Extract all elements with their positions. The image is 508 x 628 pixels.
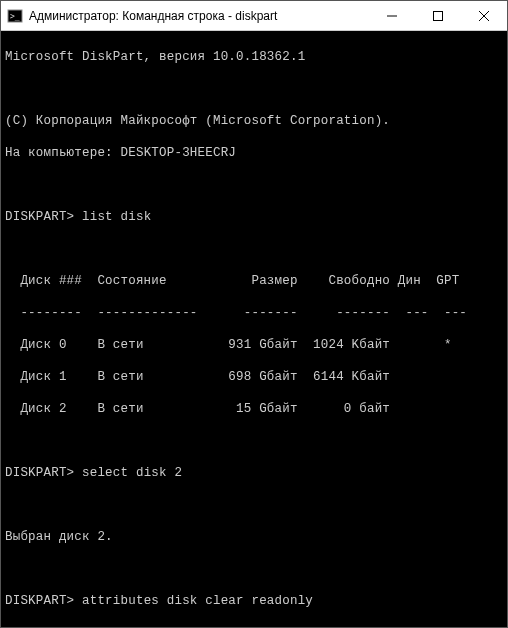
app-icon: >_: [7, 8, 23, 24]
output-line: Выбран диск 2.: [5, 529, 503, 545]
prompt-line: DISKPART> select disk 2: [5, 465, 503, 481]
minimize-button[interactable]: [369, 1, 415, 30]
window-title: Администратор: Командная строка - diskpa…: [29, 9, 369, 23]
blank-line: [5, 433, 503, 449]
prompt-line: DISKPART> list disk: [5, 209, 503, 225]
prompt: DISKPART>: [5, 210, 74, 224]
table-row: Диск 2 В сети 15 Gбайт 0 байт: [5, 401, 503, 417]
prompt: DISKPART>: [5, 466, 74, 480]
blank-line: [5, 625, 503, 627]
svg-rect-3: [434, 11, 443, 20]
window-titlebar: >_ Администратор: Командная строка - dis…: [1, 1, 507, 31]
command-text: list disk: [82, 210, 151, 224]
blank-line: [5, 241, 503, 257]
table-row: Диск 1 В сети 698 Gбайт 6144 Kбайт: [5, 369, 503, 385]
maximize-button[interactable]: [415, 1, 461, 30]
computer-label: На компьютере:: [5, 146, 121, 160]
banner-line: Microsoft DiskPart, версия 10.0.18362.1: [5, 49, 503, 65]
blank-line: [5, 497, 503, 513]
copyright-line: (C) Корпорация Майкрософт (Microsoft Cor…: [5, 113, 503, 129]
table-header: Диск ### Состояние Размер Свободно Дин G…: [5, 273, 503, 289]
svg-text:>_: >_: [10, 12, 20, 21]
prompt: DISKPART>: [5, 594, 74, 608]
terminal-output[interactable]: Microsoft DiskPart, версия 10.0.18362.1 …: [1, 31, 507, 627]
computer-line: На компьютере: DESKTOP-3HEECRJ: [5, 145, 503, 161]
blank-line: [5, 81, 503, 97]
command-text: attributes disk clear readonly: [82, 594, 313, 608]
computer-name: DESKTOP-3HEECRJ: [121, 146, 237, 160]
close-button[interactable]: [461, 1, 507, 30]
blank-line: [5, 177, 503, 193]
table-rule: -------- ------------- ------- ------- -…: [5, 305, 503, 321]
command-text: select disk 2: [82, 466, 182, 480]
window-controls: [369, 1, 507, 30]
prompt-line: DISKPART> attributes disk clear readonly: [5, 593, 503, 609]
table-row: Диск 0 В сети 931 Gбайт 1024 Kбайт *: [5, 337, 503, 353]
blank-line: [5, 561, 503, 577]
